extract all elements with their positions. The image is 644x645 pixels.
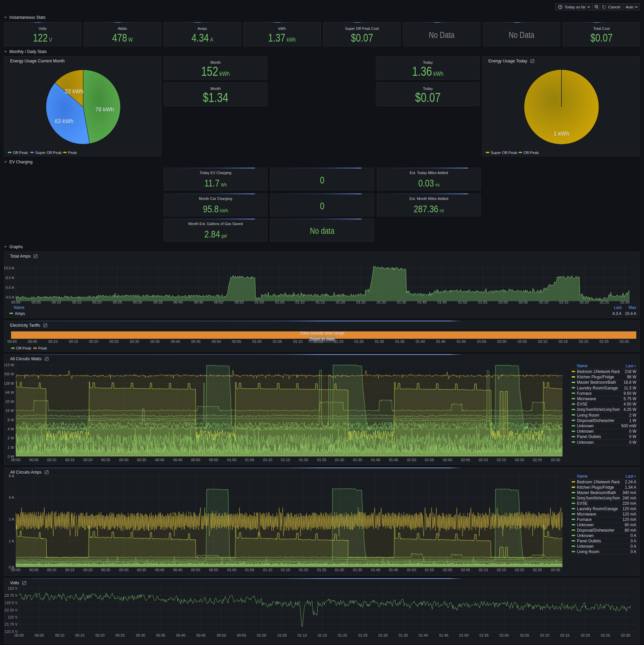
- svg-text:01:50: 01:50: [457, 339, 466, 343]
- svg-text:Furnace: Furnace: [577, 517, 592, 522]
- svg-text:02:00: 02:00: [443, 458, 452, 462]
- svg-text:00:45: 00:45: [196, 633, 206, 637]
- svg-text:02:30: 02:30: [620, 339, 629, 343]
- svg-text:Disposal/Dishwasher: Disposal/Dishwasher: [577, 528, 614, 533]
- svg-text:122 V: 122 V: [8, 615, 17, 619]
- svg-text:122.25 V: 122.25 V: [4, 608, 18, 612]
- svg-text:Unknown: Unknown: [577, 523, 594, 527]
- svg-text:Furnace: Furnace: [577, 391, 592, 396]
- svg-text:2 W: 2 W: [7, 436, 14, 440]
- svg-text:02:25: 02:25: [533, 568, 542, 572]
- svg-text:00:40: 00:40: [176, 633, 185, 637]
- svg-text:00:00: 00:00: [7, 339, 17, 343]
- svg-text:02:15: 02:15: [560, 633, 570, 637]
- svg-text:01:35: 01:35: [353, 458, 362, 462]
- svg-text:00:35: 00:35: [156, 633, 165, 637]
- svg-text:00:10: 00:10: [52, 300, 61, 304]
- svg-text:01:05: 01:05: [275, 300, 284, 304]
- svg-text:00:25: 00:25: [115, 633, 125, 637]
- svg-text:01:55: 01:55: [477, 339, 486, 343]
- svg-text:00:35: 00:35: [137, 458, 146, 462]
- svg-text:500 mW: 500 mW: [621, 424, 636, 428]
- svg-text:Laundry Room/Garage: Laundry Room/Garage: [577, 386, 618, 390]
- svg-text:00:30: 00:30: [136, 633, 145, 637]
- svg-text:240 mA: 240 mA: [623, 496, 636, 500]
- svg-text:01:00: 01:00: [227, 458, 236, 462]
- svg-text:02:00: 02:00: [498, 300, 508, 304]
- svg-text:Max: Max: [629, 305, 636, 310]
- svg-text:2 A: 2 A: [9, 517, 14, 521]
- svg-text:4.3 A: 4.3 A: [612, 311, 622, 316]
- svg-text:Bedroom 1/Network Rack: Bedroom 1/Network Rack: [577, 480, 620, 484]
- svg-text:Name: Name: [577, 474, 588, 479]
- svg-text:01:10: 01:10: [295, 300, 305, 304]
- svg-text:01:55: 01:55: [478, 300, 487, 304]
- svg-text:32 W: 32 W: [5, 399, 14, 404]
- svg-text:00:30: 00:30: [133, 300, 142, 304]
- svg-text:01:40: 01:40: [371, 458, 380, 462]
- svg-text:02:05: 02:05: [518, 339, 527, 343]
- svg-text:00:10: 00:10: [48, 339, 58, 343]
- svg-text:01:20: 01:20: [299, 458, 308, 462]
- svg-text:00:25: 00:25: [101, 568, 110, 572]
- svg-text:00:20: 00:20: [83, 458, 93, 462]
- svg-text:01:50: 01:50: [458, 300, 467, 304]
- svg-text:01:15: 01:15: [281, 458, 290, 462]
- svg-text:00:05: 00:05: [28, 339, 37, 343]
- svg-text:00:00: 00:00: [11, 458, 20, 462]
- svg-text:02:15: 02:15: [497, 568, 506, 572]
- svg-text:01:10: 01:10: [263, 568, 272, 572]
- svg-text:Unknown: Unknown: [577, 533, 594, 538]
- svg-text:64 W: 64 W: [5, 390, 14, 394]
- svg-text:00:35: 00:35: [137, 568, 146, 572]
- svg-text:120 mA: 120 mA: [623, 517, 636, 522]
- svg-text:00:55: 00:55: [209, 458, 218, 462]
- svg-text:01:15: 01:15: [281, 568, 290, 572]
- svg-text:00:50: 00:50: [214, 300, 223, 304]
- svg-text:01:20: 01:20: [336, 300, 345, 304]
- svg-text:01:10: 01:10: [263, 458, 272, 462]
- svg-text:16.8 W: 16.8 W: [624, 380, 637, 385]
- svg-text:Living Room: Living Room: [577, 549, 599, 554]
- svg-text:EVSE: EVSE: [577, 402, 588, 407]
- svg-text:00:20: 00:20: [83, 568, 93, 572]
- svg-text:02:15: 02:15: [559, 300, 569, 304]
- svg-text:02:20: 02:20: [515, 458, 524, 462]
- svg-text:01:35: 01:35: [353, 568, 362, 572]
- svg-text:01:05: 01:05: [245, 568, 254, 572]
- svg-text:Data outside time range: Data outside time range: [300, 331, 345, 335]
- svg-text:01:40: 01:40: [419, 633, 428, 637]
- svg-text:16 W: 16 W: [5, 409, 14, 413]
- svg-text:01:35: 01:35: [398, 633, 408, 637]
- svg-text:Name: Name: [14, 305, 24, 310]
- svg-text:01:20: 01:20: [338, 633, 347, 637]
- svg-text:0 A: 0 A: [631, 549, 636, 554]
- svg-text:Last: Last: [626, 364, 633, 368]
- svg-text:00:55: 00:55: [209, 568, 218, 572]
- svg-text:512 W: 512 W: [4, 363, 14, 367]
- svg-text:0 A: 0 A: [631, 539, 636, 543]
- svg-text:00:55: 00:55: [234, 300, 244, 304]
- svg-text:Super Off-Peak: Super Off-Peak: [491, 151, 517, 155]
- svg-text:00:30: 00:30: [130, 339, 139, 343]
- svg-text:01:30: 01:30: [375, 339, 384, 343]
- svg-text:01:15: 01:15: [318, 633, 327, 637]
- svg-text:121.75 V: 121.75 V: [4, 622, 18, 626]
- svg-text:Panel Outlets: Panel Outlets: [577, 434, 601, 439]
- svg-text:01:40: 01:40: [416, 339, 425, 343]
- svg-text:98 W: 98 W: [627, 375, 637, 379]
- svg-text:01:35: 01:35: [397, 300, 406, 304]
- svg-text:01:10: 01:10: [293, 339, 303, 343]
- svg-text:Last: Last: [614, 305, 622, 310]
- svg-text:1 W: 1 W: [7, 445, 14, 449]
- svg-text:Kitchen Plugs/Fridge: Kitchen Plugs/Fridge: [577, 485, 614, 490]
- svg-text:00:50: 00:50: [217, 633, 226, 637]
- svg-text:00:25: 00:25: [109, 339, 119, 343]
- svg-text:02:00: 02:00: [497, 339, 506, 343]
- svg-text:Living Room: Living Room: [577, 413, 599, 418]
- svg-text:00:00: 00:00: [11, 300, 20, 304]
- svg-text:01:25: 01:25: [317, 568, 326, 572]
- svg-text:01:10: 01:10: [298, 633, 307, 637]
- svg-text:4.25 W: 4.25 W: [624, 407, 637, 412]
- svg-text:02:25: 02:25: [601, 633, 610, 637]
